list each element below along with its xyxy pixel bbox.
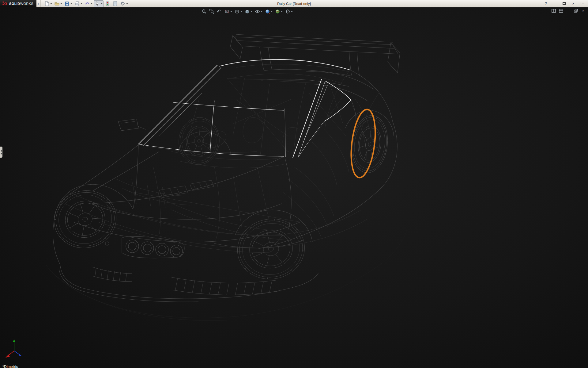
apply-scene-ball-icon <box>275 9 280 14</box>
view-orientation-caret[interactable] <box>240 11 242 12</box>
hide-show-eye-icon <box>255 9 260 14</box>
view-orientation-button[interactable] <box>234 8 243 15</box>
save-disk-icon <box>64 1 70 6</box>
options-caret[interactable] <box>126 3 128 4</box>
view-settings-caret[interactable] <box>291 11 293 12</box>
rebuild-stoplight-icon <box>105 1 110 6</box>
zoom-to-fit-icon <box>202 9 207 14</box>
graphics-viewport[interactable]: – × <box>0 7 588 368</box>
new-document-button[interactable] <box>43 0 53 7</box>
edit-appearance-caret[interactable] <box>271 11 273 12</box>
headsup-view-toolbar <box>201 8 294 15</box>
solidworks-logo[interactable]: SOLIDWORKS <box>0 0 36 7</box>
zoom-to-area-button[interactable] <box>208 8 215 15</box>
window-controls: ? – × <box>543 1 588 6</box>
open-folder-icon <box>54 1 60 6</box>
display-style-caret[interactable] <box>251 11 252 12</box>
apply-scene-button[interactable] <box>274 8 284 15</box>
split-vertical-icon <box>552 9 556 13</box>
file-properties-icon <box>112 1 118 6</box>
view-orientation-label: *Dimetric <box>2 365 18 368</box>
main-toolbar <box>41 0 129 7</box>
print-icon <box>74 1 80 6</box>
save-button[interactable] <box>63 0 73 7</box>
split-vertical-button[interactable] <box>551 8 556 13</box>
print-caret[interactable] <box>81 3 82 4</box>
feature-panel-splitter[interactable] <box>0 147 2 158</box>
maximize-icon <box>563 2 566 5</box>
edit-appearance-ball-icon <box>265 9 270 14</box>
maximize-button[interactable] <box>562 1 567 6</box>
file-properties-button[interactable] <box>111 0 119 7</box>
previous-view-icon <box>217 9 222 14</box>
split-horizontal-icon <box>559 9 563 13</box>
view-settings-button[interactable] <box>284 8 294 15</box>
minimize-button[interactable]: – <box>552 1 557 6</box>
restore-document-icon <box>574 9 578 13</box>
wheels <box>48 113 391 285</box>
zoom-to-area-icon <box>209 9 214 14</box>
titlebar: SOLIDWORKS › <box>0 0 588 7</box>
apply-scene-caret[interactable] <box>281 11 283 12</box>
open-caret[interactable] <box>60 3 62 4</box>
select-cursor-icon <box>95 1 100 6</box>
print-button[interactable] <box>74 0 83 7</box>
undo-arrow-icon <box>85 1 90 6</box>
cascade-windows-button[interactable] <box>580 1 585 6</box>
section-view-icon <box>224 9 230 14</box>
options-gear-icon <box>120 1 126 6</box>
undo-caret[interactable] <box>91 3 92 4</box>
minimize-document-button[interactable]: – <box>566 8 571 13</box>
split-horizontal-button[interactable] <box>559 8 564 13</box>
solidworks-logo-icon <box>2 1 8 6</box>
select-tool-button[interactable] <box>94 0 104 7</box>
restore-document-button[interactable] <box>573 8 578 13</box>
edit-appearance-button[interactable] <box>264 8 273 15</box>
display-style-button[interactable] <box>244 8 253 15</box>
rebuild-button[interactable] <box>104 0 111 7</box>
cascade-windows-icon <box>581 2 584 5</box>
close-button[interactable]: × <box>571 1 576 6</box>
section-view-caret[interactable] <box>230 11 232 12</box>
new-document-icon <box>44 1 50 6</box>
hide-show-caret[interactable] <box>261 11 262 12</box>
menu-expander-chevron[interactable]: › <box>36 0 41 7</box>
orientation-triad <box>4 338 26 359</box>
save-caret[interactable] <box>70 3 72 4</box>
solidworks-logo-text: SOLIDWORKS <box>9 2 33 6</box>
document-window-controls: – × <box>551 8 586 13</box>
section-view-button[interactable] <box>224 8 233 15</box>
options-button[interactable] <box>119 0 129 7</box>
select-caret[interactable] <box>101 3 103 4</box>
view-settings-icon <box>285 9 290 14</box>
undo-button[interactable] <box>84 0 93 7</box>
view-orientation-cube-icon <box>235 9 240 14</box>
highlighted-glass-edges <box>138 59 351 158</box>
wireframe-car-model[interactable] <box>0 7 588 368</box>
ground-shadow-lines <box>46 228 407 320</box>
hidden-edges <box>65 64 379 253</box>
display-style-cube-icon <box>245 9 250 14</box>
help-button[interactable]: ? <box>543 1 548 6</box>
close-document-button[interactable]: × <box>581 8 586 13</box>
zoom-to-fit-button[interactable] <box>201 8 208 15</box>
new-document-caret[interactable] <box>50 3 52 4</box>
open-button[interactable] <box>53 0 63 7</box>
previous-view-button[interactable] <box>216 8 223 15</box>
hide-show-items-button[interactable] <box>254 8 263 15</box>
